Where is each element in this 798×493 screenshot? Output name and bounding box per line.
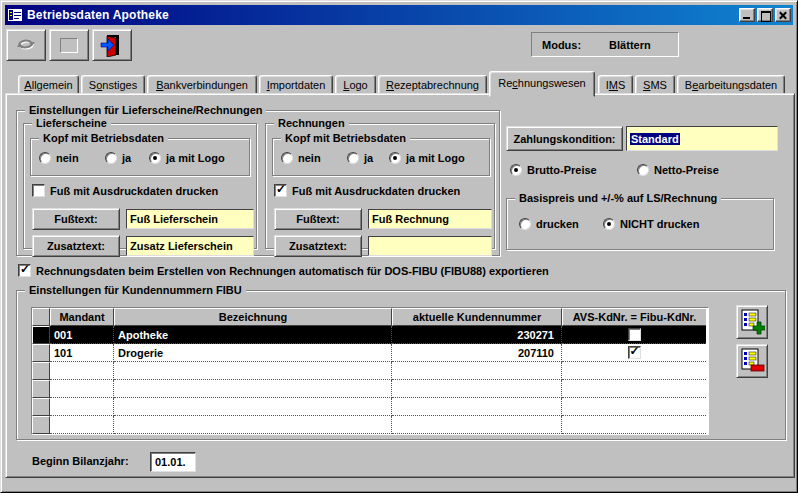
radio-label: Netto-Preise <box>654 164 719 176</box>
group-rechnungen: Rechnungen Kopf mit Betriebsdaten nein j… <box>265 123 495 249</box>
group-title: Lieferscheine <box>32 116 111 130</box>
re-fusstext-input[interactable]: Fuß Rechnung <box>368 209 492 229</box>
ls-zusatztext-button[interactable]: Zusatztext: <box>32 235 120 257</box>
table-empty-row[interactable] <box>32 380 708 398</box>
refresh-toolbar-button[interactable] <box>6 29 46 61</box>
cell-avs-fibu[interactable] <box>562 344 706 362</box>
tab-sonstiges[interactable]: Sonstiges <box>81 75 145 95</box>
checkbox-label: Fuß mit Ausdruckdaten drucken <box>50 185 218 197</box>
checkbox-icon[interactable] <box>32 184 45 197</box>
mode-panel: Modus: Blättern <box>531 32 679 57</box>
checkbox-label: Fuß mit Ausdruckdaten drucken <box>292 185 460 197</box>
checkbox-ls-fuss[interactable]: Fuß mit Ausdruckdaten drucken <box>32 184 218 197</box>
radio-basis-drucken[interactable]: drucken <box>519 218 579 230</box>
ls-zusatztext-input[interactable]: Zusatz Lieferschein <box>126 236 254 256</box>
checkbox-icon[interactable] <box>628 328 641 341</box>
table-empty-row[interactable] <box>32 362 708 380</box>
list-add-icon <box>739 309 765 335</box>
tab-allgemein[interactable]: Allgemein <box>18 75 79 95</box>
radio-label: drucken <box>536 218 579 230</box>
table-row[interactable]: 101 Drogerie 207110 <box>32 344 708 362</box>
minimize-button[interactable] <box>739 8 755 22</box>
maximize-button[interactable] <box>757 8 773 22</box>
group-title: Basispreis und +/-% auf LS/Rechnung <box>515 191 721 205</box>
fibu-table: Mandant Bezeichnung aktuelle Kundennumme… <box>31 307 709 435</box>
close-button[interactable] <box>775 8 791 22</box>
radio-icon[interactable] <box>149 152 161 164</box>
row-selector[interactable] <box>32 398 50 416</box>
row-selector[interactable] <box>32 326 50 344</box>
tab-bearbeitungsdaten[interactable]: Bearbeitungsdaten <box>677 75 785 95</box>
cell-bezeichnung[interactable]: Apotheke <box>114 326 392 344</box>
radio-ls-kopf-ja[interactable]: ja <box>105 152 131 164</box>
group-kundennummern-fibu: Einstellungen für Kundennummern FIBU Man… <box>16 290 786 440</box>
ls-fusstext-button[interactable]: Fußtext: <box>32 208 120 230</box>
radio-re-kopf-nein[interactable]: nein <box>281 152 321 164</box>
checkbox-icon[interactable] <box>274 184 287 197</box>
tab-rezeptabrechnung[interactable]: Rezeptabrechnung <box>378 75 487 95</box>
table-row[interactable]: 001 Apotheke 230271 <box>32 326 708 344</box>
radio-ls-kopf-ja-mit-logo[interactable]: ja mit Logo <box>149 152 225 164</box>
checkbox-label: Rechnungsdaten beim Erstellen von Rechnu… <box>36 265 549 277</box>
radio-brutto-preise[interactable]: Brutto-Preise <box>510 164 597 176</box>
radio-basis-nicht-drucken[interactable]: NICHT drucken <box>603 218 699 230</box>
group-lieferscheine-rechnungen: Einstellungen für Lieferscheine/Rechnung… <box>16 110 500 256</box>
tab-rechnungswesen[interactable]: Rechnungswesen <box>489 71 595 97</box>
cell-kundennummer[interactable]: 207110 <box>392 344 562 362</box>
row-selector[interactable] <box>32 380 50 398</box>
group-title: Rechnungen <box>274 116 349 130</box>
radio-icon[interactable] <box>519 218 531 230</box>
radio-label: ja mit Logo <box>166 152 225 164</box>
tab-bankverbindungen[interactable]: Bankverbindungen <box>147 75 257 95</box>
cell-kundennummer[interactable]: 230271 <box>392 326 562 344</box>
checkbox-fibu-export[interactable]: Rechnungsdaten beim Erstellen von Rechnu… <box>18 264 549 277</box>
tab-ims[interactable]: IMS <box>598 75 633 95</box>
table-empty-row[interactable] <box>32 398 708 416</box>
app-form-icon <box>7 8 23 22</box>
radio-icon[interactable] <box>281 152 293 164</box>
group-basispreis: Basispreis und +/-% auf LS/Rechnung druc… <box>506 198 774 250</box>
table-empty-row[interactable] <box>32 416 708 434</box>
re-zusatztext-button[interactable]: Zusatztext: <box>274 235 362 257</box>
checkbox-icon[interactable] <box>628 346 641 359</box>
bilanzjahr-input[interactable]: 01.01. <box>150 452 196 472</box>
row-selector[interactable] <box>32 416 50 434</box>
exit-toolbar-button[interactable] <box>92 29 132 61</box>
radio-ls-kopf-nein[interactable]: nein <box>39 152 79 164</box>
radio-icon[interactable] <box>603 218 615 230</box>
radio-icon[interactable] <box>39 152 51 164</box>
cell-avs-fibu[interactable] <box>562 326 706 344</box>
cell-mandant[interactable]: 101 <box>50 344 114 362</box>
add-row-button[interactable] <box>736 305 768 339</box>
checkbox-re-fuss[interactable]: Fuß mit Ausdruckdaten drucken <box>274 184 460 197</box>
checkbox-icon[interactable] <box>18 264 31 277</box>
group-title: Kopf mit Betriebsdaten <box>39 131 168 145</box>
radio-netto-preise[interactable]: Netto-Preise <box>637 164 719 176</box>
blank-toolbar-button[interactable] <box>49 29 89 61</box>
row-selector[interactable] <box>32 362 50 380</box>
radio-icon[interactable] <box>389 152 401 164</box>
header-selector <box>32 308 50 326</box>
radio-icon[interactable] <box>637 164 649 176</box>
radio-icon[interactable] <box>105 152 117 164</box>
cell-bezeichnung[interactable]: Drogerie <box>114 344 392 362</box>
list-remove-icon <box>739 348 765 374</box>
radio-re-kopf-ja-mit-logo[interactable]: ja mit Logo <box>389 152 465 164</box>
tab-logo[interactable]: Logo <box>335 75 376 95</box>
re-zusatztext-input[interactable] <box>368 236 492 256</box>
tab-sms[interactable]: SMS <box>635 75 675 95</box>
blank-square-icon <box>60 38 78 53</box>
selected-text: Standard <box>630 133 680 145</box>
tab-importdaten[interactable]: Importdaten <box>259 75 333 95</box>
re-fusstext-button[interactable]: Fußtext: <box>274 208 362 230</box>
radio-re-kopf-ja[interactable]: ja <box>347 152 373 164</box>
betriebsdaten-window: Betriebsdaten Apotheke Modus: Bl <box>0 0 798 493</box>
radio-icon[interactable] <box>347 152 359 164</box>
zahlungskondition-button[interactable]: Zahlungskondition: <box>506 126 623 151</box>
row-selector[interactable] <box>32 344 50 362</box>
radio-icon[interactable] <box>510 164 522 176</box>
ls-fusstext-input[interactable]: Fuß Lieferschein <box>126 209 254 229</box>
zahlungskondition-input[interactable]: Standard <box>626 126 778 151</box>
remove-row-button[interactable] <box>736 344 768 378</box>
cell-mandant[interactable]: 001 <box>50 326 114 344</box>
